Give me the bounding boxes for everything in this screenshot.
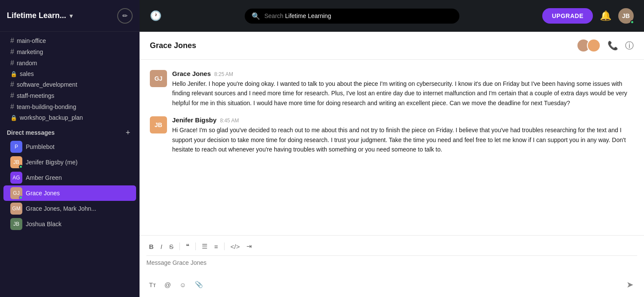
message-header: Jenifer Bigsby 8:45 AM (172, 116, 634, 124)
numbered-list-button[interactable]: ≡ (212, 241, 221, 252)
edit-button[interactable]: ✏ (117, 8, 133, 24)
hash-icon: # (10, 81, 14, 88)
search-icon: 🔍 (252, 12, 260, 20)
channel-item[interactable]: # main-office (3, 35, 136, 46)
dm-item-grace-jones[interactable]: GJ Grace Jones (3, 185, 136, 201)
call-button[interactable]: 📞 (608, 40, 618, 51)
toolbar-divider (179, 242, 180, 250)
clock-icon: 🕐 (150, 10, 161, 21)
user-avatar[interactable]: JB (618, 8, 634, 24)
chevron-down-icon: ▾ (70, 12, 73, 19)
emoji-button[interactable]: ☺ (177, 279, 188, 290)
message-text: Hello Jenifer. I hope you're doing okay.… (172, 79, 634, 108)
message-avatar: JB (150, 116, 167, 133)
channel-item[interactable]: # random (3, 58, 136, 69)
send-button[interactable]: ➤ (623, 277, 637, 292)
message-text: Hi Grace! I'm so glad you've decided to … (172, 125, 634, 154)
composer-bottom-tools: Tт @ ☺ 📎 (146, 279, 206, 290)
channel-name: sales (20, 70, 34, 77)
channel-item[interactable]: # team-building-bonding (3, 101, 136, 112)
avatar-initials: GM (12, 206, 20, 212)
history-button[interactable]: 🕐 (150, 10, 161, 21)
at-mention-button[interactable]: @ (162, 279, 173, 290)
message-content: Jenifer Bigsby 8:45 AM Hi Grace! I'm so … (172, 116, 634, 154)
hash-icon: # (10, 92, 14, 100)
phone-icon: 📞 (608, 40, 618, 51)
dm-name: Jenifer Bigsby (me) (26, 159, 78, 166)
hash-icon: # (10, 48, 14, 56)
text-size-button[interactable]: Tт (146, 279, 158, 290)
channel-name: staff-meetings (17, 92, 55, 99)
message-author: Grace Jones (172, 70, 211, 77)
hash-icon: # (10, 59, 14, 67)
avatar-initials: P (15, 144, 18, 150)
message-0: GJ Grace Jones 8:25 AM Hello Jenifer. I … (150, 70, 634, 108)
avatar: JB (10, 218, 22, 230)
channel-name: team-building-bonding (17, 103, 76, 110)
message-avatar: GJ (150, 70, 167, 87)
avatar: GJ (10, 187, 22, 199)
dm-item-jenifer[interactable]: JB Jenifer Bigsby (me) (3, 155, 136, 170)
participant-avatar-2 (587, 39, 601, 52)
search-bar[interactable]: 🔍 Search Lifetime Learning (245, 9, 459, 24)
online-status-dot (19, 165, 23, 169)
toolbar-divider (224, 242, 225, 250)
topbar-right: UPGRADE 🔔 JB (542, 8, 634, 24)
channel-item[interactable]: 🔒 workshop_backup_plan (3, 112, 136, 123)
composer: B I S ❝ ☰ ≡ </> ⇥ Tт @ ☺ 📎 ➤ (140, 235, 644, 297)
attach-button[interactable]: 📎 (192, 279, 206, 290)
dm-name: Joshua Black (26, 221, 61, 227)
channel-item[interactable]: # software_development (3, 79, 136, 90)
sidebar-header: Lifetime Learn... ▾ ✏ (0, 0, 140, 32)
dm-item-grace-mark[interactable]: GM Grace Jones, Mark John... (3, 201, 136, 216)
dm-section-header[interactable]: Direct messages + (0, 123, 140, 139)
channel-item[interactable]: # marketing (3, 46, 136, 58)
channel-name: random (17, 60, 37, 67)
avatar-initials: JB (622, 12, 630, 19)
upgrade-button[interactable]: UPGRADE (542, 8, 593, 24)
channel-name: workshop_backup_plan (20, 114, 83, 121)
add-dm-button[interactable]: + (123, 128, 133, 137)
notification-button[interactable]: 🔔 (600, 10, 611, 21)
chat-messages: GJ Grace Jones 8:25 AM Hello Jenifer. I … (140, 60, 644, 235)
dm-name: Grace Jones (26, 190, 60, 197)
message-1: JB Jenifer Bigsby 8:45 AM Hi Grace! I'm … (150, 116, 634, 154)
message-content: Grace Jones 8:25 AM Hello Jenifer. I hop… (172, 70, 634, 108)
dm-item-joshua[interactable]: JB Joshua Black (3, 216, 136, 232)
topbar: 🕐 🔍 Search Lifetime Learning UPGRADE 🔔 J… (140, 0, 644, 32)
avatar: AG (10, 172, 22, 184)
avatar-initials: JB (13, 159, 19, 165)
dm-name: Pumblebot (26, 143, 55, 150)
chat-header: Grace Jones 📞 ⓘ (140, 32, 644, 60)
avatar: P (10, 141, 22, 153)
avatar: GM (10, 203, 22, 215)
avatar-initials: JB (13, 221, 19, 227)
online-status-dot (19, 196, 23, 200)
channel-name: marketing (17, 48, 43, 55)
bell-icon: 🔔 (600, 10, 611, 21)
strikethrough-button[interactable]: S (167, 241, 176, 252)
workspace-name: Lifetime Learn... (7, 11, 66, 20)
toolbar-divider (195, 242, 196, 250)
quote-button[interactable]: ❝ (183, 241, 192, 252)
message-time: 8:25 AM (214, 71, 233, 77)
dm-item-pumblebot[interactable]: P Pumblebot (3, 139, 136, 155)
channel-item[interactable]: # staff-meetings (3, 90, 136, 101)
lock-icon: 🔒 (10, 115, 17, 121)
composer-bottom: Tт @ ☺ 📎 ➤ (146, 277, 637, 292)
hash-icon: # (10, 103, 14, 111)
message-input[interactable] (146, 259, 637, 272)
italic-button[interactable]: I (158, 241, 165, 252)
bullet-list-button[interactable]: ☰ (199, 241, 210, 252)
hash-icon: # (10, 37, 14, 45)
workspace-title[interactable]: Lifetime Learn... ▾ (7, 11, 73, 20)
bold-button[interactable]: B (146, 241, 156, 252)
channel-item[interactable]: 🔒 sales (3, 69, 136, 79)
indent-button[interactable]: ⇥ (244, 241, 255, 252)
composer-toolbar: B I S ❝ ☰ ≡ </> ⇥ (146, 241, 637, 256)
code-button[interactable]: </> (228, 241, 243, 252)
dm-item-amber[interactable]: AG Amber Green (3, 170, 136, 185)
info-icon: ⓘ (625, 40, 634, 52)
info-button[interactable]: ⓘ (625, 40, 634, 52)
search-text: Search Lifetime Learning (264, 12, 331, 19)
